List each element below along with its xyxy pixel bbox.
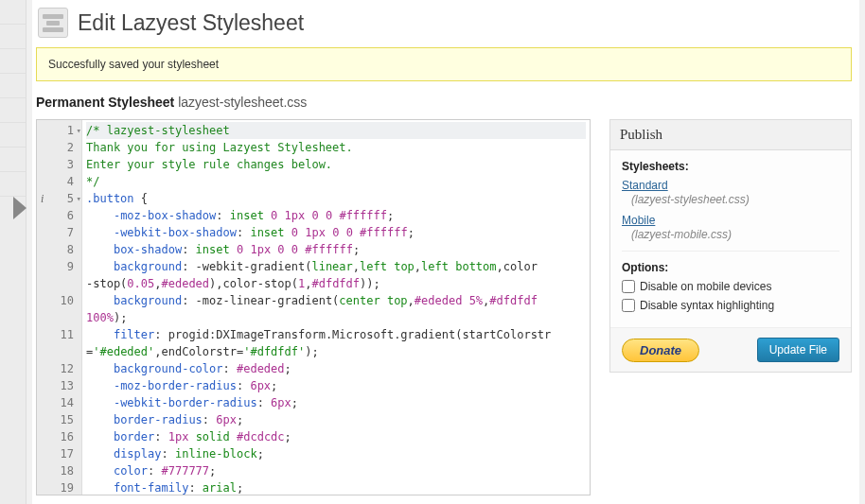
code-line[interactable]: font-family: arial; bbox=[86, 479, 586, 495]
line-number: 2 bbox=[39, 139, 74, 156]
line-number: 19 bbox=[39, 479, 74, 495]
code-line[interactable]: 100%); bbox=[86, 309, 586, 326]
line-number: 9 bbox=[39, 258, 74, 275]
line-number: 14 bbox=[39, 394, 74, 411]
line-number: 5 bbox=[39, 190, 74, 207]
publish-panel: Publish Stylesheets: Standard(lazyest-st… bbox=[609, 119, 852, 373]
page-wrap: Edit Lazyest Stylesheet Succesfully save… bbox=[32, 0, 859, 504]
option-row[interactable]: Disable syntax highlighting bbox=[622, 299, 839, 312]
line-number: 7 bbox=[39, 224, 74, 241]
code-line[interactable]: .button { bbox=[86, 190, 586, 207]
line-number: 12 bbox=[39, 360, 74, 377]
option-checkbox[interactable] bbox=[622, 299, 635, 312]
admin-left-stub bbox=[0, 0, 26, 504]
line-number: 6 bbox=[39, 207, 74, 224]
subhead-file: lazyest-stylesheet.css bbox=[178, 95, 307, 110]
line-number: 17 bbox=[39, 445, 74, 462]
line-number bbox=[39, 309, 74, 326]
page-header: Edit Lazyest Stylesheet bbox=[32, 0, 859, 47]
code-line[interactable]: /* lazyest-stylesheet bbox=[86, 122, 586, 139]
code-line[interactable]: background-color: #ededed; bbox=[86, 360, 586, 377]
options-label: Options: bbox=[622, 261, 839, 274]
code-line[interactable]: -webkit-border-radius: 6px; bbox=[86, 394, 586, 411]
update-file-button[interactable]: Update File bbox=[757, 338, 839, 362]
publish-heading: Publish bbox=[610, 120, 851, 150]
divider bbox=[622, 251, 839, 252]
code-line[interactable]: filter: progid:DXImageTransform.Microsof… bbox=[86, 326, 586, 343]
line-number: 8 bbox=[39, 241, 74, 258]
line-number: 11 bbox=[39, 326, 74, 343]
subhead-label: Permanent Stylesheet bbox=[36, 95, 174, 110]
code-line[interactable]: border: 1px solid #dcdcdc; bbox=[86, 428, 586, 445]
menu-arrow-icon bbox=[13, 197, 26, 219]
option-checkbox[interactable] bbox=[622, 280, 635, 293]
option-label: Disable on mobile devices bbox=[640, 280, 771, 293]
code-line[interactable]: border-radius: 6px; bbox=[86, 411, 586, 428]
code-line[interactable]: */ bbox=[86, 173, 586, 190]
stylesheets-label: Stylesheets: bbox=[622, 160, 839, 173]
stylesheet-icon bbox=[38, 8, 68, 38]
code-line[interactable]: Thank you for using Lazyest Stylesheet. bbox=[86, 139, 586, 156]
line-number: 3 bbox=[39, 156, 74, 173]
line-number: 18 bbox=[39, 462, 74, 479]
stylesheet-link[interactable]: Standard bbox=[622, 179, 668, 192]
code-line[interactable]: -moz-box-shadow: inset 0 1px 0 0 #ffffff… bbox=[86, 207, 586, 224]
code-line[interactable]: color: #777777; bbox=[86, 462, 586, 479]
line-number: 16 bbox=[39, 428, 74, 445]
code-line[interactable]: -moz-border-radius: 6px; bbox=[86, 377, 586, 394]
code-line[interactable]: ='#ededed',endColorstr='#dfdfdf'); bbox=[86, 343, 586, 360]
line-number: 4 bbox=[39, 173, 74, 190]
line-number: 10 bbox=[39, 292, 74, 309]
line-number: 1 bbox=[39, 122, 74, 139]
option-row[interactable]: Disable on mobile devices bbox=[622, 280, 839, 293]
option-label: Disable syntax highlighting bbox=[640, 299, 774, 312]
code-line[interactable]: background: -moz-linear-gradient(center … bbox=[86, 292, 586, 309]
success-notice: Succesfully saved your stylesheet bbox=[36, 47, 852, 81]
stylesheet-link[interactable]: Mobile bbox=[622, 214, 655, 227]
line-number: 13 bbox=[39, 377, 74, 394]
code-line[interactable]: background: -webkit-gradient(linear,left… bbox=[86, 258, 586, 275]
code-line[interactable]: -stop(0.05,#ededed),color-stop(1,#dfdfdf… bbox=[86, 275, 586, 292]
page-title: Edit Lazyest Stylesheet bbox=[78, 10, 304, 36]
code-line[interactable]: box-shadow: inset 0 1px 0 0 #ffffff; bbox=[86, 241, 586, 258]
code-editor[interactable]: 12345678910111213141516171819202122 /* l… bbox=[36, 119, 591, 495]
code-line[interactable]: Enter your style rule changes below. bbox=[86, 156, 586, 173]
stylesheet-file: (lazyest-mobile.css) bbox=[631, 228, 839, 241]
editor-code[interactable]: /* lazyest-stylesheetThank you for using… bbox=[82, 120, 590, 495]
code-line[interactable]: display: inline-block; bbox=[86, 445, 586, 462]
line-number bbox=[39, 275, 74, 292]
line-number bbox=[39, 343, 74, 360]
line-number: 15 bbox=[39, 411, 74, 428]
donate-button[interactable]: Donate bbox=[622, 339, 699, 362]
subhead: Permanent Stylesheet lazyest-stylesheet.… bbox=[32, 95, 859, 119]
editor-gutter: 12345678910111213141516171819202122 bbox=[37, 120, 82, 495]
code-line[interactable]: -webkit-box-shadow: inset 0 1px 0 0 #fff… bbox=[86, 224, 586, 241]
stylesheet-file: (lazyest-stylesheet.css) bbox=[631, 193, 839, 206]
